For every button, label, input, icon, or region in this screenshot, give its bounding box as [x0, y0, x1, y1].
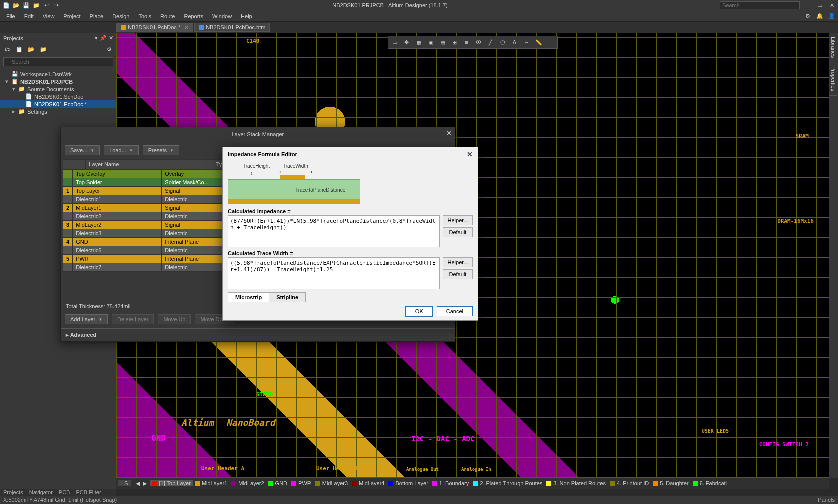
- ife-cancel-button[interactable]: Cancel: [437, 306, 473, 316]
- lsm-col-header[interactable]: Layer Name: [86, 160, 213, 170]
- layer-tab[interactable]: MidLayer3: [313, 480, 350, 486]
- tree-row[interactable]: 📄NB2DSK01.PcbDoc *: [0, 100, 116, 108]
- side-tab-libraries[interactable]: Libraries: [829, 33, 837, 62]
- global-search[interactable]: [720, 2, 800, 10]
- side-tab-properties[interactable]: Properties: [829, 62, 837, 96]
- layer-tab[interactable]: 3. Non Plated Routes: [544, 480, 608, 486]
- lsm-load-button[interactable]: Load...▼: [104, 146, 139, 156]
- pin-icon[interactable]: 📌: [100, 35, 107, 42]
- layer-tab[interactable]: [1] Top Layer: [150, 480, 192, 486]
- ife-ok-button[interactable]: OK: [406, 306, 433, 316]
- align-icon[interactable]: ≡: [461, 38, 472, 48]
- menu-view[interactable]: View: [39, 12, 59, 20]
- panel-tab-projects[interactable]: Projects: [3, 490, 23, 496]
- maximize-icon[interactable]: ▭: [816, 2, 824, 10]
- projects-search-input[interactable]: [3, 58, 113, 66]
- tree-row[interactable]: 💾Workspace1.DsnWrk: [0, 70, 116, 78]
- layer-tab[interactable]: MidLayer4: [350, 480, 386, 486]
- menu-window[interactable]: Window: [208, 12, 236, 20]
- layer-set-button[interactable]: LS: [118, 480, 131, 486]
- grid-icon[interactable]: ⊞: [449, 38, 460, 48]
- ife-helper-button[interactable]: Helper...: [443, 216, 473, 226]
- panels-button[interactable]: Panels: [818, 497, 835, 503]
- bell-icon[interactable]: 🔔: [816, 12, 824, 20]
- ife-calc-imp-input[interactable]: [228, 216, 440, 248]
- menu-reports[interactable]: Reports: [180, 12, 207, 20]
- tree-row[interactable]: ▾📋NB2DSK01.PRJPCB: [0, 78, 116, 86]
- select-icon[interactable]: ▭: [389, 38, 400, 48]
- lsm-move-up-button[interactable]: Move Up: [158, 314, 191, 324]
- open-icon[interactable]: 📂: [12, 2, 20, 10]
- minimize-icon[interactable]: —: [804, 2, 812, 10]
- ife-helper-button-2[interactable]: Helper...: [443, 258, 473, 268]
- menu-route[interactable]: Route: [156, 12, 179, 20]
- lsm-add-layer-button[interactable]: Add Layer▼: [65, 314, 108, 324]
- menu-edit[interactable]: Edit: [20, 12, 38, 20]
- text-icon[interactable]: A: [509, 38, 520, 48]
- folder-icon[interactable]: 📁: [39, 46, 47, 54]
- layer-tab[interactable]: PWR: [289, 480, 313, 486]
- menu-file[interactable]: File: [2, 12, 19, 20]
- menu-place[interactable]: Place: [86, 12, 108, 20]
- board-icon[interactable]: ▣: [425, 38, 436, 48]
- ife-tab-microstrip[interactable]: Microstrip: [228, 292, 269, 302]
- menu-design[interactable]: Design: [108, 12, 133, 20]
- lsm-presets-button[interactable]: Presets▼: [143, 146, 179, 156]
- lsm-delete-layer-button[interactable]: Delete Layer: [112, 314, 154, 324]
- layer-tab[interactable]: 2. Plated Through Routes: [471, 480, 544, 486]
- filter-icon[interactable]: ▦: [413, 38, 424, 48]
- menu-project[interactable]: Project: [59, 12, 84, 20]
- ife-close-icon[interactable]: ✕: [467, 150, 473, 158]
- project-icon[interactable]: 📋: [15, 46, 23, 54]
- close-panel-icon[interactable]: ✕: [109, 35, 113, 42]
- layer-tab[interactable]: 6. Fabricati: [691, 480, 729, 486]
- layer-tab[interactable]: 1. Boundary: [430, 480, 471, 486]
- menu-tools[interactable]: Tools: [134, 12, 155, 20]
- layer-tab[interactable]: 5. Daughter: [651, 480, 690, 486]
- doc-tab-1[interactable]: NB2DSK01.PcbDoc * ✕: [116, 23, 193, 32]
- tree-row[interactable]: ▾📁Source Documents: [0, 86, 116, 93]
- dimension-icon[interactable]: ↔: [521, 38, 532, 48]
- gear-icon[interactable]: ⚙: [804, 12, 812, 20]
- lsm-save-button[interactable]: Save...▼: [65, 146, 100, 156]
- doc-tab-2[interactable]: NB2DSK01.PcbDoc.htm: [194, 23, 270, 32]
- gear-icon[interactable]: ⚙: [105, 46, 113, 54]
- lsm-close-icon[interactable]: ✕: [446, 130, 452, 137]
- layer-tab[interactable]: 4. Printout ID: [608, 480, 651, 486]
- workspace-icon[interactable]: 🗂: [3, 46, 11, 54]
- move-icon[interactable]: ✥: [401, 38, 412, 48]
- layer-prev-icon[interactable]: ◀: [136, 480, 140, 487]
- global-search-input[interactable]: [720, 2, 800, 10]
- layer-next-icon[interactable]: ▶: [143, 480, 147, 487]
- tree-row[interactable]: ▸📁Settings: [0, 108, 116, 116]
- layer-tab[interactable]: MidLayer1: [193, 480, 229, 486]
- layer-tab[interactable]: GND: [266, 480, 289, 486]
- ife-default-button-2[interactable]: Default: [443, 270, 473, 280]
- ife-default-button[interactable]: Default: [443, 228, 473, 238]
- menu-help[interactable]: Help: [237, 12, 256, 20]
- ife-calc-tw-input[interactable]: [228, 258, 440, 290]
- panel-tab-navigator[interactable]: Navigator: [29, 490, 53, 496]
- open-project-icon[interactable]: 📁: [32, 2, 40, 10]
- new-icon[interactable]: 📄: [2, 2, 10, 10]
- user-icon[interactable]: 👤: [828, 12, 836, 20]
- close-tab-icon[interactable]: ✕: [184, 24, 189, 31]
- layer-tab[interactable]: Bottom Layer: [386, 480, 430, 486]
- polygon-icon[interactable]: ⬠: [497, 38, 508, 48]
- save-icon[interactable]: 💾: [22, 2, 30, 10]
- dropdown-icon[interactable]: ▾: [95, 35, 98, 42]
- track-icon[interactable]: ╱: [485, 38, 496, 48]
- via-icon[interactable]: ⦿: [473, 38, 484, 48]
- close-icon[interactable]: ✕: [828, 2, 836, 10]
- lsm-advanced-toggle[interactable]: ▸ Advanced: [61, 328, 455, 342]
- redo-icon[interactable]: ↷: [52, 2, 60, 10]
- folder-open-icon[interactable]: 📂: [27, 46, 35, 54]
- lsm-col-header[interactable]: [63, 160, 86, 170]
- paste-icon[interactable]: ▤: [437, 38, 448, 48]
- undo-icon[interactable]: ↶: [42, 2, 50, 10]
- ife-tab-stripline[interactable]: Stripline: [269, 292, 306, 302]
- panel-tab-pcb[interactable]: PCB: [59, 490, 70, 496]
- panel-tab-pcb-filter[interactable]: PCB Filter: [76, 490, 101, 496]
- measure-icon[interactable]: 📏: [533, 38, 544, 48]
- tree-row[interactable]: 📄NB2DSK01.SchDoc: [0, 93, 116, 100]
